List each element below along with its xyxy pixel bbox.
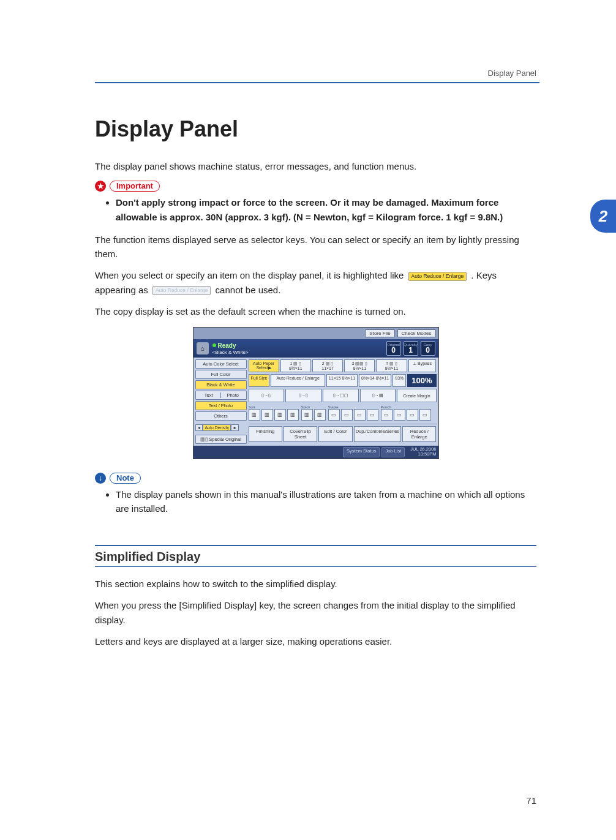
combine-1[interactable]: ▯→▯ xyxy=(249,389,285,402)
combine-3[interactable]: ▯→▢▢ xyxy=(323,389,359,402)
copy-screen-figure: Store File Check Modes ⌂ Ready <Black & … xyxy=(95,327,536,459)
page-title: Display Panel xyxy=(95,116,536,142)
important-label: ★ Important xyxy=(95,181,536,192)
tray-3[interactable]: 3 ▥▥ ▯ 8½×11 xyxy=(344,359,375,372)
punch-2[interactable]: ▭ xyxy=(394,409,405,421)
auto-reduce-enlarge[interactable]: Auto Reduce / Enlarge xyxy=(271,374,325,387)
stack-2[interactable]: ▥ xyxy=(314,409,326,421)
auto-paper-select[interactable]: Auto Paper Select▶ xyxy=(249,359,279,372)
combine-row: ▯→▯ ▯→▯ ▯→▢▢ ▯→▤ Create Margin xyxy=(249,389,437,402)
sort-3[interactable]: ▥ xyxy=(274,409,286,421)
stack-group: Stack ▥▥ xyxy=(301,405,326,421)
screen-status-bar: System Status Job List JUL 26,2006 10:50… xyxy=(193,446,438,459)
intro-paragraph: The display panel shows machine status, … xyxy=(95,159,536,173)
counters: Original 0 Quantity 1 Copy 0 xyxy=(386,341,435,356)
tray-2-size: 11×17 xyxy=(314,366,341,370)
ratio-93[interactable]: 93% xyxy=(393,374,406,387)
note-label-text: Note xyxy=(110,473,141,484)
tray-bypass[interactable]: ⊥ Bypass xyxy=(408,359,437,372)
mode-text-photo-split[interactable]: Text Photo xyxy=(195,391,247,400)
tray-2[interactable]: 2 ▥ ▯ 11×17 xyxy=(312,359,343,372)
body-para-2c: cannot be used. xyxy=(216,285,281,295)
important-label-text: Important xyxy=(110,181,160,192)
screen-body: Auto Color Select Full Color Black & Whi… xyxy=(193,358,438,446)
size-preset-1[interactable]: 11×15 8½×11 xyxy=(326,374,358,387)
edit-color-button[interactable]: Edit / Color xyxy=(318,426,352,442)
note-icon: ↓ xyxy=(95,473,106,484)
counter-quantity: Quantity 1 xyxy=(404,341,418,356)
system-status-button[interactable]: System Status xyxy=(343,447,380,457)
sort-group: Sort ▥▥▥▥ xyxy=(249,405,299,421)
ready-substatus: <Black & White> xyxy=(212,350,249,355)
store-file-button[interactable]: Store File xyxy=(365,329,394,337)
check-modes-button[interactable]: Check Modes xyxy=(397,329,436,337)
staple-2[interactable]: ▭ xyxy=(341,409,353,421)
finishing-button[interactable]: Finishing xyxy=(249,426,282,442)
tray-3-label: 3 ▥▥ ▯ xyxy=(346,361,373,366)
important-icon: ★ xyxy=(95,181,106,192)
body-paragraph-2: When you select or specify an item on th… xyxy=(95,268,536,297)
punch-group: Punch ▭▭▭▭ xyxy=(381,405,431,421)
combine-2[interactable]: ▯→▯ xyxy=(285,389,321,402)
punch-1[interactable]: ▭ xyxy=(381,409,393,421)
counter-copy-value: 0 xyxy=(426,347,430,354)
page-content: Display Panel The display panel shows ma… xyxy=(95,116,536,656)
sort-2[interactable]: ▥ xyxy=(261,409,273,421)
highlighted-key-example: Auto Reduce / Enlarge xyxy=(408,272,467,281)
density-label[interactable]: Auto Density xyxy=(203,424,231,431)
body-paragraph-1: The function items displayed serve as se… xyxy=(95,233,536,261)
density-left[interactable]: ◄ xyxy=(195,424,203,431)
tray-3-size: 8½×11 xyxy=(346,366,373,370)
staple-3[interactable]: ▭ xyxy=(354,409,366,421)
chapter-tab: 2 xyxy=(590,200,616,233)
mode-column: Auto Color Select Full Color Black & Whi… xyxy=(195,359,247,444)
full-size[interactable]: Full Size xyxy=(249,374,270,387)
punch-3[interactable]: ▭ xyxy=(407,409,418,421)
mode-auto-color[interactable]: Auto Color Select xyxy=(195,359,247,369)
stack-1[interactable]: ▥ xyxy=(301,409,313,421)
sort-4[interactable]: ▥ xyxy=(287,409,299,421)
size-row: Full Size Auto Reduce / Enlarge 11×15 8½… xyxy=(249,374,437,387)
dup-combine-button[interactable]: Dup./Combine/Series xyxy=(354,426,401,442)
mode-text-photo[interactable]: Text / Photo xyxy=(195,401,247,410)
mode-text[interactable]: Text xyxy=(197,392,221,398)
note-label: ↓ Note xyxy=(95,473,536,484)
density-right[interactable]: ► xyxy=(231,424,239,431)
reduce-enlarge-button[interactable]: Reduce / Enlarge xyxy=(402,426,436,442)
size-preset-2[interactable]: 8½×14 8½×11 xyxy=(359,374,391,387)
tray-2-label: 2 ▥ ▯ xyxy=(314,361,341,366)
tray-t[interactable]: T ▥ ▯ 8½×11 xyxy=(376,359,407,372)
staple-1[interactable]: ▭ xyxy=(328,409,340,421)
main-column: Auto Paper Select▶ 1 ▥ ▯ 8½×11 2 ▥ ▯ 11×… xyxy=(249,359,437,444)
copy-screen: Store File Check Modes ⌂ Ready <Black & … xyxy=(193,327,439,459)
ratio-100: 100% xyxy=(407,374,436,387)
body-paragraph-3: The copy display is set as the default s… xyxy=(95,304,536,318)
cover-slip-button[interactable]: Cover/Slip Sheet xyxy=(284,426,317,442)
body-para-2a: When you select or specify an item on th… xyxy=(95,270,407,280)
mode-others[interactable]: Others xyxy=(195,411,247,421)
mode-full-color[interactable]: Full Color xyxy=(195,370,247,379)
staple-group: Staple ▭▭▭▭ xyxy=(328,405,378,421)
mode-photo[interactable]: Photo xyxy=(220,392,245,398)
section-p3: Letters and keys are displayed at a larg… xyxy=(95,634,536,648)
special-original[interactable]: ▥▯ Special Original xyxy=(195,435,247,444)
disabled-key-example: Auto Reduce / Enlarge xyxy=(152,286,211,295)
counter-copy: Copy 0 xyxy=(421,341,435,356)
note-item: The display panels shown in this manual'… xyxy=(116,487,536,516)
tray-1[interactable]: 1 ▥ ▯ 8½×11 xyxy=(280,359,311,372)
combine-4[interactable]: ▯→▤ xyxy=(360,389,396,402)
staple-4[interactable]: ▭ xyxy=(367,409,378,421)
create-margin[interactable]: Create Margin xyxy=(397,389,436,402)
machine-icon: ⌂ xyxy=(197,342,209,354)
counter-quantity-value: 1 xyxy=(408,347,413,354)
punch-4[interactable]: ▭ xyxy=(419,409,431,421)
page-number: 71 xyxy=(526,795,536,806)
important-list: Don't apply strong impact or force to th… xyxy=(95,195,536,224)
counter-original: Original 0 xyxy=(386,341,401,356)
section-p1: This section explains how to switch to t… xyxy=(95,577,536,591)
sort-1[interactable]: ▥ xyxy=(249,409,260,421)
header-rule xyxy=(95,82,539,83)
mode-black-white[interactable]: Black & White xyxy=(195,380,247,389)
job-list-button[interactable]: Job List xyxy=(381,447,405,457)
tray-row: Auto Paper Select▶ 1 ▥ ▯ 8½×11 2 ▥ ▯ 11×… xyxy=(249,359,437,372)
